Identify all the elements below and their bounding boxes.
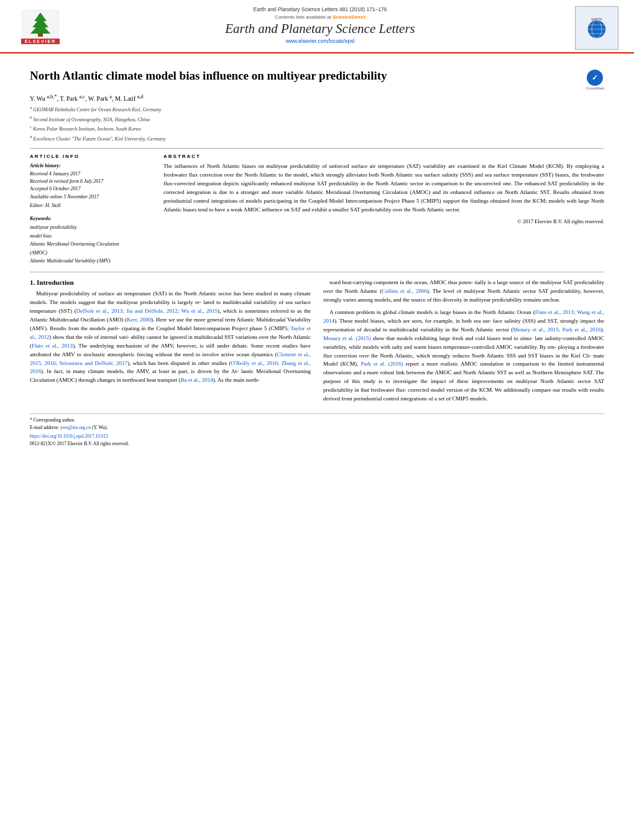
- crossmark-badge[interactable]: ✓ CrossMark: [586, 70, 604, 90]
- journal-center-header: Earth and Planetary Science Letters 481 …: [68, 4, 572, 52]
- journal-ref-bar: Earth and Planetary Science Letters 481 …: [68, 6, 572, 12]
- journal-ref-text: Earth and Planetary Science Letters 481 …: [253, 6, 387, 12]
- intro-heading: 1. Introduction: [30, 279, 311, 286]
- contents-available: Contents lists available at ScienceDirec…: [68, 14, 572, 20]
- email-person: (Y. Wu).: [92, 425, 108, 430]
- keyword-3b: (AMOC): [30, 249, 151, 257]
- footnotes-area: * Corresponding author. E-mail address: …: [30, 413, 604, 448]
- copyright-line: © 2017 Elsevier B.V. All rights reserved…: [163, 218, 604, 224]
- svg-text:EARTH: EARTH: [592, 17, 602, 21]
- author-1: Y. Wu a,b,*,: [30, 95, 60, 102]
- available-date: Available online 5 November 2017: [30, 193, 151, 201]
- history-label: Article history:: [30, 162, 151, 170]
- authors-line: Y. Wu a,b,*, T. Park a,c, W. Park a, M. …: [30, 94, 604, 102]
- intro-para-2: ward heat-carrying component in the ocea…: [323, 279, 604, 305]
- contents-text: Contents lists available at: [275, 14, 331, 20]
- elsevier-label: ELSEVIER: [21, 39, 60, 44]
- issn-line: 0012-821X/© 2017 Elsevier B.V. All right…: [30, 440, 604, 448]
- email-label: E-mail address:: [30, 425, 59, 430]
- author-3: W. Park a,: [88, 95, 115, 102]
- journal-name-display: Earth and Planetary Science Letters: [68, 21, 572, 37]
- divider-2: [30, 272, 604, 272]
- introduction-section: 1. Introduction Multiyear predictability…: [30, 279, 604, 404]
- affiliations: a GEOMAR Helmholtz Centre for Ocean Rese…: [30, 104, 604, 143]
- intro-para-3: A common problem in global climate model…: [323, 308, 604, 404]
- abstract-label: ABSTRACT: [163, 154, 604, 159]
- email-address[interactable]: ywu@sio.org.cn: [60, 425, 91, 430]
- received-date: Received 4 January 2017: [30, 170, 151, 178]
- affil-d: Excellence Cluster "The Future Ocean", K…: [33, 136, 165, 141]
- article-history: Article history: Received 4 January 2017…: [30, 162, 151, 210]
- crossmark-label: CrossMark: [586, 86, 604, 90]
- keywords-section: Keywords: multiyear predictability model…: [30, 215, 151, 265]
- svg-rect-5: [38, 34, 43, 37]
- divider-1: [30, 148, 604, 149]
- earth-journal-icon: EARTH: [581, 16, 612, 40]
- abstract-column: ABSTRACT The influences of North Atlanti…: [163, 154, 604, 265]
- corresponding-author-note: * Corresponding author.: [30, 417, 604, 424]
- article-info-column: ARTICLE INFO Article history: Received 4…: [30, 154, 151, 265]
- affil-a: GEOMAR Helmholtz Centre for Ocean Resear…: [33, 107, 161, 113]
- elsevier-logo-area: 🌿 ELSEVIER: [12, 4, 68, 52]
- intro-para-1: Multiyear predictability of surface air …: [30, 290, 311, 385]
- body-col-left: 1. Introduction Multiyear predictability…: [30, 279, 311, 404]
- author-2: T. Park a,c,: [60, 95, 88, 102]
- doi-line: https://doi.org/10.1016/j.epsl.2017.10.0…: [30, 433, 604, 440]
- journal-header: 🌿 ELSEVIER Earth and Planetary Science L…: [0, 0, 634, 53]
- keywords-label: Keywords:: [30, 215, 151, 223]
- doi-link[interactable]: https://doi.org/10.1016/j.epsl.2017.10.0…: [30, 433, 108, 439]
- body-col-right: ward heat-carrying component in the ocea…: [323, 279, 604, 404]
- author-4: M. Latif a,d: [115, 95, 144, 102]
- keyword-1: multiyear predictability: [30, 223, 151, 232]
- earth-logo-box: EARTH: [572, 4, 622, 52]
- sciencedirect-link[interactable]: ScienceDirect: [333, 14, 365, 20]
- keyword-3: Atlantic Meridional Overturning Circulat…: [30, 240, 151, 249]
- accepted-date: Accepted 6 October 2017: [30, 185, 151, 193]
- affil-c: Korea Polar Research Institute, Incheon,…: [33, 126, 140, 132]
- revised-date: Received in revised form 6 July 2017: [30, 178, 151, 185]
- editor-name: Editor: H. Stoll: [30, 202, 151, 210]
- email-line: E-mail address: ywu@sio.org.cn (Y. Wu).: [30, 424, 604, 432]
- elsevier-tree-icon: 🌿: [22, 10, 59, 38]
- paper-title: North Atlantic climate model bias influe…: [30, 68, 580, 84]
- article-info-abstract: ARTICLE INFO Article history: Received 4…: [30, 154, 604, 265]
- article-info-label: ARTICLE INFO: [30, 154, 151, 159]
- main-content: North Atlantic climate model bias influe…: [0, 53, 634, 454]
- journal-url[interactable]: www.elsevier.com/locate/epsl: [68, 38, 572, 44]
- keyword-2: model bias: [30, 232, 151, 241]
- keyword-4: Atlantic Multidecadal Variability (AMV): [30, 257, 151, 265]
- affil-b: Second Institute of Oceanography, SOA, H…: [33, 116, 150, 122]
- abstract-text: The influences of North Atlantic biases …: [163, 162, 604, 215]
